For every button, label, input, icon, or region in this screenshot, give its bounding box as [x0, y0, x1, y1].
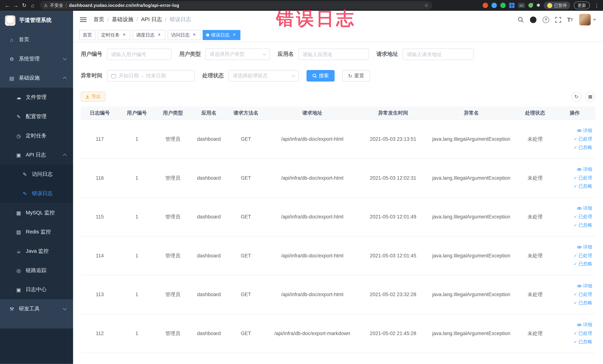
- tag-error-log[interactable]: 错误日志: [203, 30, 240, 40]
- search-label: 搜索: [319, 72, 329, 79]
- ignored-link[interactable]: 已忽略: [554, 261, 592, 267]
- close-icon[interactable]: [122, 32, 127, 38]
- breadcrumb-home[interactable]: 首页: [93, 16, 104, 23]
- sidebar-item-redis-monitor[interactable]: ▨ Redis 监控: [0, 222, 73, 242]
- user-type-select[interactable]: 请选择用户类型: [205, 48, 270, 60]
- extension-pinwheel-icon[interactable]: [536, 3, 540, 8]
- sidebar-item-access-log[interactable]: ✎ 访问日志: [0, 165, 73, 184]
- search-icon[interactable]: [518, 16, 524, 23]
- extension-orange-icon[interactable]: [483, 3, 488, 8]
- processed-link[interactable]: 已处理: [554, 330, 592, 337]
- ignored-link[interactable]: 已忽略: [554, 222, 592, 228]
- search-button[interactable]: 搜索: [306, 70, 334, 82]
- filter-user-type: 用户类型 请选择用户类型: [179, 48, 270, 60]
- start-date-placeholder: 开始日期: [119, 72, 139, 79]
- extension-leaf-icon[interactable]: [528, 3, 533, 8]
- breadcrumb-api-log[interactable]: API 日志: [141, 16, 162, 23]
- sidebar: 芋道管理系统 ⌂ 首页 ⚙ 系统管理 ▤ 基础设施 ☁ 文件管理 ✎ 配置管理 …: [0, 11, 73, 364]
- reload-icon[interactable]: [20, 1, 29, 10]
- bookmark-star-icon[interactable]: [424, 3, 428, 8]
- sidebar-logo[interactable]: 芋道管理系统: [0, 11, 73, 30]
- processed-link[interactable]: 已处理: [554, 252, 592, 259]
- sidebar-item-label: 定时任务: [26, 132, 46, 139]
- reset-button[interactable]: 重置: [342, 70, 370, 82]
- fullscreen-icon[interactable]: [555, 17, 561, 23]
- sidebar-item-mysql-monitor[interactable]: ▦ MySQL 监控: [0, 203, 73, 222]
- cell-user-type: 管理员: [155, 236, 191, 275]
- processed-link[interactable]: 已处理: [554, 291, 592, 298]
- browser-menu-icon[interactable]: [593, 2, 600, 8]
- detail-link[interactable]: 详细: [554, 244, 592, 250]
- sidebar-item-infrastructure[interactable]: ▤ 基础设施: [0, 69, 73, 88]
- tag-access-log[interactable]: 访问日志: [168, 30, 200, 40]
- processed-link[interactable]: 已处理: [554, 175, 592, 181]
- sidebar-item-dev-tools[interactable]: ⚒ 研发工具: [0, 299, 73, 318]
- extension-blue-icon[interactable]: [491, 3, 497, 8]
- ignored-link[interactable]: 已忽略: [554, 144, 592, 151]
- forward-icon[interactable]: [12, 1, 20, 10]
- tag-dispatch-log[interactable]: 调度日志: [133, 30, 165, 40]
- ignored-link[interactable]: 已忽略: [554, 300, 592, 306]
- extension-grid-icon[interactable]: [509, 3, 515, 8]
- user-id-input[interactable]: [111, 51, 167, 57]
- close-icon[interactable]: [232, 32, 237, 38]
- close-icon[interactable]: [191, 32, 197, 38]
- browser-home-icon[interactable]: [29, 1, 37, 10]
- log-center-icon: ▣: [15, 287, 22, 293]
- cell-method: GET: [227, 314, 265, 353]
- ignored-label: 已忽略: [578, 261, 592, 267]
- chrome-update-chip[interactable]: 更新: [574, 1, 590, 9]
- ignored-link[interactable]: 已忽略: [554, 339, 592, 345]
- cell-log-id: 116: [81, 159, 119, 198]
- tag-scheduled-task[interactable]: 定时任务: [98, 30, 130, 40]
- cell-request-url: /api/infra/db-doc/export-html: [265, 197, 359, 236]
- config-manage-icon: ✎: [15, 114, 22, 119]
- detail-link[interactable]: 详细: [554, 283, 592, 289]
- column-settings-button[interactable]: [585, 92, 595, 102]
- app-name-input[interactable]: [303, 51, 365, 57]
- detail-link[interactable]: 详细: [554, 205, 592, 211]
- sidebar-item-config-manage[interactable]: ✎ 配置管理: [0, 107, 73, 126]
- sidebar-item-log-center[interactable]: ▣ 日志中心: [0, 280, 73, 299]
- tag-home[interactable]: 首页: [79, 30, 95, 40]
- right-toolbar: [571, 92, 595, 102]
- address-bar[interactable]: 不安全 dashboard.yudao.iocoder.cn/infra/log…: [40, 1, 432, 10]
- extension-green-icon[interactable]: [500, 3, 506, 8]
- exception-time-range-picker[interactable]: 开始日期 - 结束日期: [107, 70, 195, 82]
- sidebar-item-scheduled-task[interactable]: ◷ 定时任务: [0, 126, 73, 145]
- sidebar-item-trace[interactable]: ◎ 链路追踪: [0, 261, 73, 280]
- request-url-input[interactable]: [407, 51, 470, 57]
- sidebar-item-system[interactable]: ⚙ 系统管理: [0, 49, 73, 69]
- profile-sync-paused-chip[interactable]: 已暂停: [544, 1, 570, 9]
- table-refresh-button[interactable]: [571, 92, 581, 102]
- sidebar-item-label: 文件管理: [26, 94, 46, 101]
- back-icon[interactable]: [3, 1, 12, 10]
- user-avatar-dropdown[interactable]: [579, 14, 596, 25]
- sidebar-item-api-log[interactable]: ▣ API 日志: [0, 145, 73, 165]
- extension-on-badge[interactable]: on: [518, 3, 525, 8]
- github-icon[interactable]: [530, 16, 536, 23]
- app-title: 芋道管理系统: [19, 17, 52, 24]
- font-size-icon[interactable]: [567, 16, 573, 23]
- sidebar-item-error-log[interactable]: ✎ 错误日志: [0, 184, 73, 203]
- help-icon[interactable]: [543, 16, 549, 23]
- sidebar-item-file-manage[interactable]: ☁ 文件管理: [0, 88, 73, 107]
- export-button[interactable]: 导出: [81, 92, 105, 102]
- close-icon[interactable]: [156, 32, 162, 38]
- ignored-label: 已忽略: [578, 144, 592, 151]
- end-date-placeholder: 结束日期: [146, 72, 166, 79]
- select-placeholder: 请选择用户类型: [210, 51, 245, 58]
- ignored-link[interactable]: 已忽略: [554, 183, 592, 190]
- breadcrumb-infrastructure[interactable]: 基础设施: [112, 16, 133, 23]
- sidebar-item-home[interactable]: ⌂ 首页: [0, 30, 73, 49]
- sidebar-item-java-monitor[interactable]: ☕ Java 监控: [0, 242, 73, 261]
- processed-link[interactable]: 已处理: [554, 213, 592, 220]
- detail-link[interactable]: 详细: [554, 166, 592, 173]
- detail-link[interactable]: 详细: [554, 127, 592, 134]
- detail-link[interactable]: 详细: [554, 322, 592, 328]
- processed-link[interactable]: 已处理: [554, 136, 592, 142]
- process-status-select[interactable]: 请选择处理状态: [228, 70, 299, 82]
- col-user-id: 用户编号: [119, 107, 155, 120]
- hamburger-icon[interactable]: [80, 17, 87, 22]
- check-icon: [574, 339, 577, 345]
